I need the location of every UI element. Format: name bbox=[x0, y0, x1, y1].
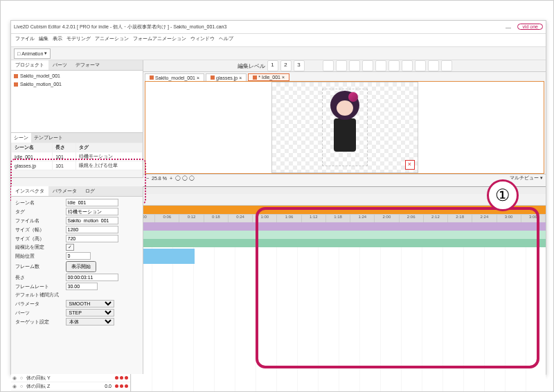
character-head bbox=[330, 91, 359, 120]
timeline-grid[interactable] bbox=[131, 222, 546, 392]
tool-icon[interactable] bbox=[336, 60, 347, 71]
target-select[interactable]: 本体 bbox=[66, 318, 114, 326]
tab-scene[interactable]: シーン bbox=[11, 133, 31, 143]
window-title: Live2D Cubism Editor 4.2.01 [ PRO for in… bbox=[14, 24, 501, 30]
level-2-button[interactable]: 2 bbox=[280, 60, 292, 71]
tab-template[interactable]: テンプレート bbox=[31, 133, 66, 143]
close-icon[interactable]: × bbox=[197, 75, 199, 80]
file-icon bbox=[211, 75, 215, 80]
menu-file[interactable]: ファイル bbox=[15, 35, 35, 45]
track-row[interactable]: ◉○体の回転 Z0.0 bbox=[11, 382, 130, 391]
canvas-toolbar: 編集レベル 1 2 3 bbox=[143, 60, 546, 72]
tool-icon[interactable] bbox=[428, 60, 439, 71]
tool-icon[interactable] bbox=[323, 60, 334, 71]
table-row[interactable]: glasses.jp101眼鏡を上げる仕草 bbox=[12, 161, 143, 170]
chevron-down-icon: ▾ bbox=[44, 51, 47, 56]
tool-icon[interactable] bbox=[415, 60, 426, 71]
tab-parameter[interactable]: パラメータ bbox=[48, 186, 81, 196]
keyframe-dots[interactable] bbox=[113, 375, 130, 380]
level-3-button[interactable]: 3 bbox=[294, 60, 305, 71]
height-field[interactable] bbox=[66, 235, 118, 242]
project-item[interactable]: Sakito_motion_001 bbox=[14, 80, 140, 89]
vidone-button[interactable]: vid one bbox=[517, 24, 543, 30]
width-field[interactable] bbox=[66, 226, 118, 233]
framelen-button[interactable]: 表示開始 bbox=[66, 261, 96, 272]
scene-table: シーン名長さタグ Idle_001101待機モーション glasses.jp10… bbox=[11, 143, 143, 170]
mode-selector[interactable]: □ Animation ▾ bbox=[14, 48, 51, 59]
canvas-tab[interactable]: glasses.jp× bbox=[206, 73, 247, 81]
tool-icon[interactable] bbox=[362, 60, 373, 71]
character-preview[interactable] bbox=[322, 89, 368, 166]
timeline-ruler-top[interactable] bbox=[131, 206, 546, 215]
close-icon[interactable]: × bbox=[282, 75, 285, 80]
file-icon bbox=[253, 75, 257, 80]
partsint-select[interactable]: STEP bbox=[66, 309, 114, 317]
annotation-badge-1: ① bbox=[487, 179, 519, 211]
project-list: Sakito_model_001 Sakito_motion_001 bbox=[11, 71, 143, 132]
multiview-selector[interactable]: マルチビュー ▾ bbox=[510, 175, 543, 181]
canvas-tab[interactable]: Sakito_model_001× bbox=[145, 73, 204, 81]
menu-window[interactable]: ウィンドウ bbox=[190, 35, 215, 45]
lock-toggle[interactable]: ○ bbox=[18, 384, 25, 389]
paramint-select[interactable]: SMOOTH bbox=[66, 300, 114, 308]
delete-button[interactable]: × bbox=[405, 160, 415, 170]
zoom-in-button[interactable]: + bbox=[170, 176, 172, 181]
tab-inspector[interactable]: インスペクタ bbox=[11, 186, 48, 196]
aspect-checkbox[interactable]: ✓ bbox=[66, 244, 74, 251]
menu-bar: ファイル 編集 表示 モデリング アニメーション フォームアニメーション ウィン… bbox=[11, 34, 546, 47]
character-body bbox=[334, 118, 356, 152]
keyframe-dots[interactable] bbox=[113, 384, 130, 389]
tab-project[interactable]: プロジェクト bbox=[11, 60, 48, 70]
file-field[interactable] bbox=[66, 217, 118, 224]
tab-log[interactable]: ログ bbox=[81, 186, 99, 196]
menu-view[interactable]: 表示 bbox=[53, 35, 62, 45]
startpos-field[interactable] bbox=[66, 252, 91, 260]
visibility-toggle[interactable]: ◉ bbox=[11, 375, 18, 381]
zoom-value: 25.8 % bbox=[152, 176, 167, 181]
tool-icon[interactable] bbox=[349, 60, 360, 71]
tool-icon[interactable] bbox=[388, 60, 400, 71]
track-row[interactable]: ◉○体の回転 Y bbox=[11, 374, 130, 382]
tool-icon[interactable] bbox=[441, 60, 452, 71]
file-icon bbox=[150, 75, 154, 80]
tag-field[interactable] bbox=[66, 208, 118, 215]
canvas-tab[interactable]: *Idle_001× bbox=[248, 73, 289, 81]
visibility-toggle[interactable]: ◉ bbox=[11, 384, 18, 389]
menu-help[interactable]: ヘルプ bbox=[219, 35, 233, 45]
scene-name-field[interactable] bbox=[66, 199, 118, 206]
zoom-out-button[interactable]: − bbox=[146, 176, 149, 181]
canvas[interactable]: × bbox=[145, 81, 544, 174]
level-1-button[interactable]: 1 bbox=[267, 60, 278, 71]
framerate-field[interactable] bbox=[66, 283, 98, 290]
mode-icon: □ bbox=[17, 51, 20, 56]
minimize-button[interactable]: — bbox=[501, 24, 515, 30]
tool-icon[interactable] bbox=[375, 60, 386, 71]
tool-icon[interactable] bbox=[402, 60, 413, 71]
tab-deformer[interactable]: デフォーマ bbox=[71, 60, 104, 70]
lock-toggle[interactable]: ○ bbox=[18, 375, 25, 380]
menu-formanim[interactable]: フォームアニメーション bbox=[133, 35, 186, 45]
project-item[interactable]: Sakito_model_001 bbox=[14, 72, 140, 80]
close-icon[interactable]: × bbox=[239, 75, 242, 80]
table-row[interactable]: Idle_001101待機モーション bbox=[12, 152, 143, 161]
menu-animation[interactable]: アニメーション bbox=[95, 35, 129, 45]
menu-edit[interactable]: 編集 bbox=[39, 35, 48, 45]
length-field[interactable] bbox=[66, 274, 118, 281]
menu-modeling[interactable]: モデリング bbox=[66, 35, 91, 45]
tab-parts[interactable]: パーツ bbox=[48, 60, 71, 70]
